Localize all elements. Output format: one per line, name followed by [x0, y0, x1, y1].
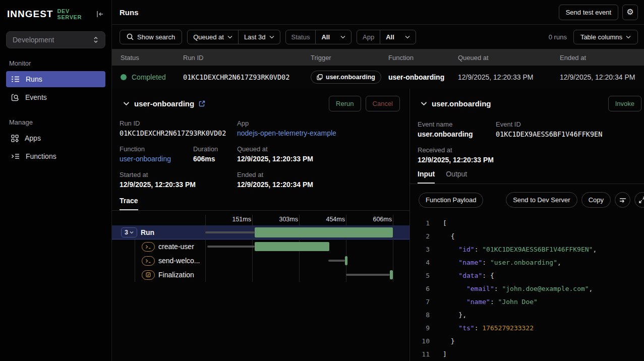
time-range-dropdown[interactable]: Last 3d	[238, 30, 280, 44]
collapse-sidebar-button[interactable]	[95, 10, 104, 18]
received-at-value: 12/9/2025, 12:20:33 PM	[418, 156, 635, 164]
completed-status-dot	[121, 74, 127, 80]
trace-row-step[interactable]: create-user	[112, 239, 409, 254]
code-text: "id": "01KC1DEX9AESS6BF1V46FFK9EN",	[443, 243, 597, 256]
sidebar-item-apps[interactable]: Apps	[6, 130, 105, 146]
run-panel-header: user-onboarding Rerun Cancel	[112, 89, 409, 116]
sidebar-section-monitor: Monitor	[9, 59, 102, 67]
environment-select[interactable]: Development	[6, 31, 105, 48]
waterfall-rows: 3 Run	[112, 225, 409, 282]
line-number: 11	[419, 348, 430, 361]
step-run-icon	[142, 242, 155, 252]
code-line: 9 "ts": 1765279233322	[419, 322, 644, 335]
function-field: Function user-onboarding	[120, 145, 193, 163]
line-number: 6	[419, 282, 430, 295]
column-header-status: Status	[121, 54, 183, 62]
app-filter-group: App All	[357, 30, 416, 44]
payload-code-editor[interactable]: 1[2 {3 "id": "01KC1DEX9AESS6BF1V46FFK9EN…	[410, 214, 644, 361]
trigger-cell: user.onboarding	[311, 71, 388, 84]
filter-bar: Show search Queued at Last 3d Status	[112, 25, 644, 49]
waterfall-timeline: 151ms 303ms 454ms 606ms	[112, 215, 409, 225]
tab-output[interactable]: Output	[446, 170, 467, 184]
collapse-event-panel-button[interactable]	[421, 101, 427, 106]
apps-icon	[11, 135, 19, 142]
invoke-button[interactable]: Invoke	[608, 96, 641, 111]
queued-duration-line	[205, 231, 255, 233]
event-copy-icon	[317, 74, 323, 80]
send-to-dev-server-button[interactable]: Send to Dev Server	[506, 192, 577, 208]
runs-count: 0 runs	[549, 33, 567, 41]
table-row[interactable]: Completed 01KC1DEXCHR2N617Z93RK0VD02 use…	[112, 66, 644, 89]
trace-track	[205, 239, 393, 254]
step-run-icon	[142, 256, 155, 266]
collapse-run-panel-button[interactable]	[123, 101, 130, 106]
line-number: 9	[419, 322, 430, 335]
expand-fullscreen-button[interactable]	[634, 192, 644, 208]
trace-track	[205, 268, 393, 282]
started-at-value: 12/9/2025, 12:20:33 PM	[120, 180, 237, 189]
app-filter-dropdown[interactable]: All	[380, 30, 416, 44]
tab-trace[interactable]: Trace	[120, 197, 138, 210]
show-search-button[interactable]: Show search	[120, 30, 182, 44]
trigger-event-badge[interactable]: user.onboarding	[311, 71, 381, 84]
page-title: Runs	[120, 8, 139, 17]
inngest-logo: INNGEST	[7, 9, 53, 20]
sidebar-section-manage: Manage	[9, 118, 102, 126]
duration-label: Duration	[193, 145, 237, 153]
run-id-cell: 01KC1DEXCHR2N617Z93RK0VD02	[183, 73, 311, 81]
settings-button[interactable]: ⚙	[622, 5, 638, 20]
function-link[interactable]: user-onboarding	[120, 155, 171, 163]
time-range-value: Last 3d	[244, 33, 266, 41]
code-line: 3 "id": "01KC1DEX9AESS6BF1V46FFK9EN",	[419, 243, 644, 256]
tab-input[interactable]: Input	[418, 170, 435, 184]
queued-duration-line	[207, 246, 255, 248]
app-link[interactable]: nodejs-open-telemetry-example	[237, 129, 336, 137]
duration-value: 606ms	[193, 155, 237, 163]
sidebar-item-runs[interactable]: Runs	[6, 71, 105, 87]
send-test-event-button[interactable]: Send test event	[559, 5, 618, 20]
table-columns-dropdown[interactable]: Table columns	[573, 30, 638, 44]
sidebar-item-functions[interactable]: Functions	[6, 148, 105, 164]
code-line: 6 "email": "john.doe@example.com",	[419, 282, 644, 295]
code-line: 11]	[419, 348, 644, 361]
code-line: 4 "name": "user.onboarding",	[419, 256, 644, 269]
status-filter-label: Status	[286, 30, 316, 44]
status-filter-dropdown[interactable]: All	[315, 30, 351, 44]
trace-row-finalization[interactable]: Finalization	[112, 268, 409, 282]
ended-at-field: Ended at 12/9/2025, 12:20:34 PM	[237, 171, 402, 189]
select-chevrons-icon	[93, 36, 99, 43]
run-expander-button[interactable]: 3	[121, 227, 137, 237]
code-line: 2 {	[419, 230, 644, 243]
event-detail-panel: user.onboarding Invoke Event name user.o…	[410, 89, 644, 361]
started-at-label: Started at	[120, 171, 237, 178]
trace-row-label-cell: 3 Run	[112, 225, 205, 239]
function-payload-chip[interactable]: Function Payload	[419, 193, 483, 208]
execution-duration-bar	[390, 270, 393, 279]
code-line: 10 }	[419, 335, 644, 348]
word-wrap-button[interactable]	[615, 192, 630, 208]
copy-button[interactable]: Copy	[581, 192, 611, 208]
rerun-button[interactable]: Rerun	[329, 96, 361, 111]
chevron-down-icon	[123, 101, 130, 106]
expand-icon	[639, 197, 644, 203]
trace-row-label-cell: create-user	[112, 239, 205, 254]
column-header-function: Function	[388, 54, 458, 62]
open-run-external-button[interactable]	[199, 100, 205, 107]
run-actions: Rerun Cancel	[329, 96, 400, 111]
trace-row-step[interactable]: send-welco...	[112, 254, 409, 268]
function-cell: user-onboarding	[388, 73, 458, 81]
app-filter-value: All	[386, 33, 394, 41]
code-text: "data": {	[443, 269, 494, 282]
child-count: 3	[125, 229, 128, 236]
cancel-button[interactable]: Cancel	[366, 96, 400, 111]
chevron-down-icon	[405, 35, 410, 39]
event-id-value: 01KC1DEX9AESS6BF1V46FFK9EN	[496, 130, 635, 138]
column-header-queued-at: Queued at	[458, 54, 560, 62]
timeline-tick: 606ms	[373, 216, 393, 223]
trace-row-run[interactable]: 3 Run	[112, 225, 409, 239]
events-icon	[11, 94, 19, 101]
sidebar-item-events[interactable]: Events	[6, 89, 105, 105]
queued-at-value: 12/9/2025, 12:20:33 PM	[237, 155, 402, 163]
time-field-dropdown[interactable]: Queued at	[188, 30, 238, 44]
filter-bar-right: 0 runs Table columns	[549, 30, 638, 44]
